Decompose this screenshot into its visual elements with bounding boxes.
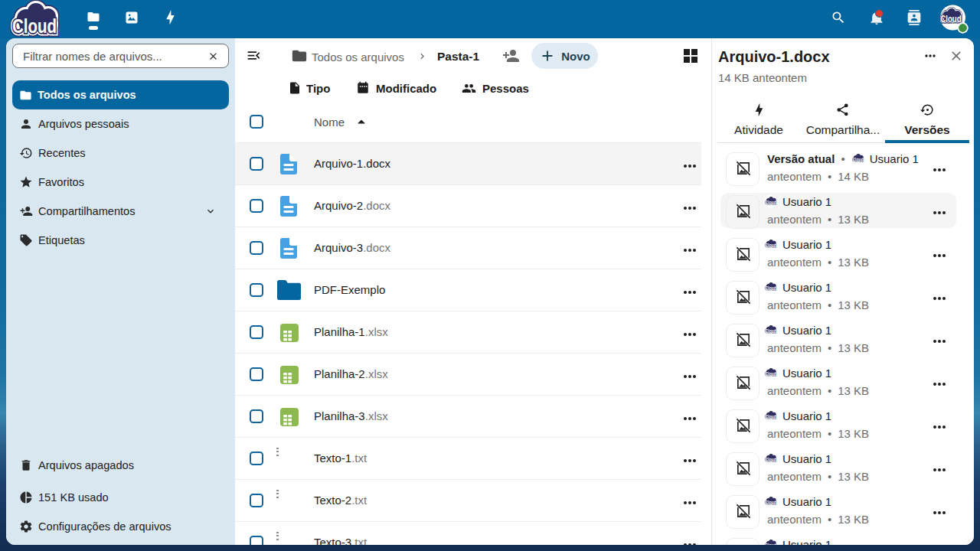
svg-text:Cloud: Cloud [765, 328, 776, 334]
svg-text:Cloud: Cloud [765, 457, 776, 462]
svg-text:Cloud: Cloud [765, 414, 776, 419]
svg-text:Cloud: Cloud [765, 500, 776, 505]
svg-text:Cloud: Cloud [765, 243, 776, 248]
svg-text:Cloud: Cloud [765, 200, 776, 205]
svg-text:Cloud: Cloud [940, 14, 961, 24]
svg-text:Cloud: Cloud [765, 371, 776, 377]
svg-text:Cloud: Cloud [765, 543, 776, 545]
svg-text:Cloud: Cloud [12, 15, 57, 37]
svg-text:Cloud: Cloud [852, 157, 864, 162]
svg-text:Cloud: Cloud [765, 285, 776, 291]
